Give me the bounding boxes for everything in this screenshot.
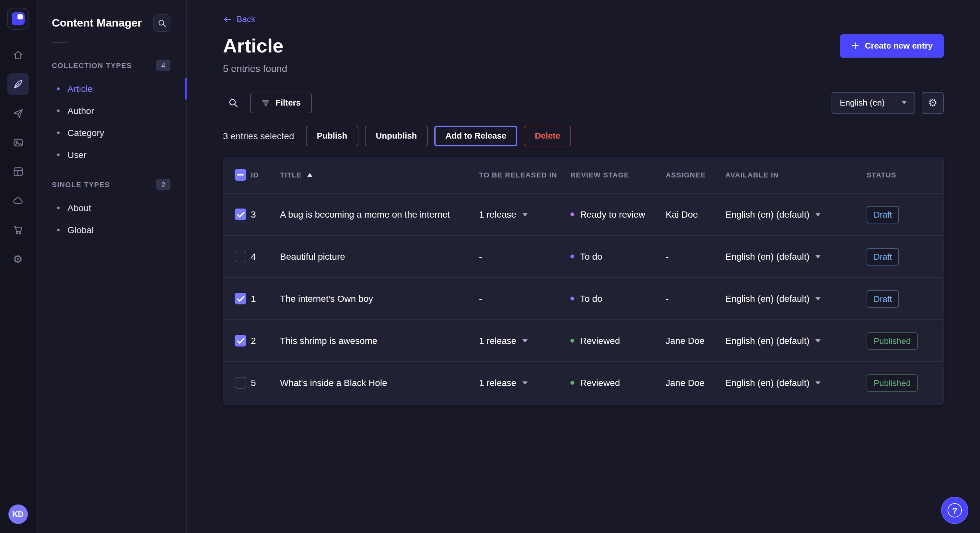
table-row[interactable]: 4 Beautiful picture - To do - English (e… xyxy=(224,235,944,278)
create-new-entry-button[interactable]: Create new entry xyxy=(840,34,944,57)
bullet-icon xyxy=(57,206,60,209)
sidebar-item-label: Global xyxy=(67,225,94,235)
entries-table-card: ID TITLE TO BE RELEASED IN REVIEW STAGE … xyxy=(223,156,944,405)
cell-release: - xyxy=(479,251,482,262)
bullet-icon xyxy=(57,109,60,112)
strapi-logo[interactable] xyxy=(7,8,29,30)
table-row[interactable]: 5 What's inside a Black Hole 1 release R… xyxy=(224,362,944,404)
cell-available: English (en) (default) xyxy=(725,378,810,388)
stage-dot xyxy=(570,297,574,300)
cell-available: English (en) (default) xyxy=(725,251,810,262)
sidebar-title: Content Manager xyxy=(52,16,142,30)
view-settings-button[interactable]: ⚙ xyxy=(922,92,944,114)
row-checkbox[interactable] xyxy=(235,293,246,305)
sidebar-item-label: Category xyxy=(67,128,104,138)
publish-button[interactable]: Publish xyxy=(305,125,358,146)
bullet-icon xyxy=(57,154,60,156)
stage-dot xyxy=(570,213,574,216)
single-types-header: SINGLE TYPES 2 xyxy=(52,175,170,197)
header-review-stage: REVIEW STAGE xyxy=(570,171,629,179)
unpublish-button[interactable]: Unpublish xyxy=(364,125,428,146)
locale-select[interactable]: English (en) xyxy=(831,92,915,114)
main-content: Back Article Create new entry 5 entries … xyxy=(187,0,980,533)
cell-assignee: Jane Doe xyxy=(666,378,705,388)
arrow-left-icon xyxy=(223,14,232,24)
cell-assignee: - xyxy=(666,293,668,304)
collection-types-count-badge: 4 xyxy=(156,60,170,71)
delete-button[interactable]: Delete xyxy=(524,125,571,146)
back-link[interactable]: Back xyxy=(223,14,255,24)
add-to-release-button[interactable]: Add to Release xyxy=(434,125,517,146)
row-checkbox[interactable] xyxy=(235,377,246,389)
sidebar-item-global[interactable]: Global xyxy=(52,219,170,241)
question-mark-icon: ? xyxy=(948,503,962,517)
filters-button[interactable]: Filters xyxy=(250,92,312,113)
sidebar-item-label: User xyxy=(67,150,86,160)
release-chevron-icon[interactable] xyxy=(522,339,527,342)
selection-actions-row: 3 entries selected Publish Unpublish Add… xyxy=(223,125,944,146)
sidebar-item-category[interactable]: Category xyxy=(52,122,170,144)
filters-label: Filters xyxy=(275,98,301,108)
select-all-checkbox[interactable] xyxy=(235,169,246,181)
stage-dot xyxy=(570,254,574,259)
filter-icon xyxy=(261,98,270,107)
cell-assignee: - xyxy=(666,251,668,262)
locale-chevron-icon[interactable] xyxy=(815,213,821,216)
content-manager-icon[interactable] xyxy=(7,73,29,95)
strapi-logo-mark xyxy=(11,12,24,25)
release-chevron-icon[interactable] xyxy=(522,213,527,216)
deploy-cloud-icon[interactable] xyxy=(7,190,29,212)
search-icon xyxy=(228,97,239,108)
locale-chevron-icon[interactable] xyxy=(815,255,821,258)
sidebar-item-article[interactable]: Article xyxy=(52,78,170,100)
table-row[interactable]: 3 A bug is becoming a meme on the intern… xyxy=(224,194,944,235)
sidebar-search-button[interactable] xyxy=(153,14,170,32)
sidebar-item-about[interactable]: About xyxy=(52,197,170,219)
page-title: Article xyxy=(223,35,283,57)
sort-ascending-icon[interactable] xyxy=(307,173,312,177)
back-label: Back xyxy=(237,14,255,24)
collection-types-section: COLLECTION TYPES 4 Article Author Catego… xyxy=(52,56,170,166)
help-button[interactable]: ? xyxy=(941,497,968,524)
status-badge: Draft xyxy=(867,206,899,223)
release-chevron-icon[interactable] xyxy=(522,381,527,385)
user-avatar[interactable]: KD xyxy=(8,504,27,524)
collection-types-label: COLLECTION TYPES xyxy=(52,62,132,69)
stage-dot xyxy=(570,339,574,343)
settings-gear-icon[interactable]: ⚙ xyxy=(7,248,29,270)
cell-available: English (en) (default) xyxy=(725,209,810,219)
sidebar-divider xyxy=(52,42,67,43)
cell-stage: Reviewed xyxy=(580,335,620,346)
locale-chevron-icon[interactable] xyxy=(815,381,821,385)
gear-glyph: ⚙ xyxy=(13,254,23,265)
search-button[interactable] xyxy=(223,92,244,113)
releases-icon[interactable] xyxy=(7,102,29,124)
content-type-builder-icon[interactable] xyxy=(7,160,29,182)
status-badge: Published xyxy=(867,332,918,349)
stage-dot xyxy=(570,381,574,385)
locale-chevron-icon[interactable] xyxy=(815,297,821,300)
header-available-in: AVAILABLE IN xyxy=(725,171,779,179)
cell-title: This shrimp is awesome xyxy=(280,335,377,346)
sidebar-item-user[interactable]: User xyxy=(52,144,170,166)
table-row[interactable]: 2 This shrimp is awesome 1 release Revie… xyxy=(224,320,944,362)
cell-release: - xyxy=(479,293,482,304)
search-icon xyxy=(157,19,166,27)
locale-chevron-icon[interactable] xyxy=(815,339,821,342)
bullet-icon xyxy=(57,228,60,231)
cell-id: 2 xyxy=(251,335,256,346)
cell-stage: To do xyxy=(580,293,603,304)
table-row[interactable]: 1 The internet's Own boy - To do - Engli… xyxy=(224,278,944,320)
row-checkbox[interactable] xyxy=(235,335,246,346)
home-icon[interactable] xyxy=(7,44,29,66)
sidebar-item-author[interactable]: Author xyxy=(52,100,170,122)
single-types-count-badge: 2 xyxy=(156,179,170,190)
cell-stage: Reviewed xyxy=(580,378,620,388)
table-header-row: ID TITLE TO BE RELEASED IN REVIEW STAGE … xyxy=(224,157,944,194)
status-badge: Published xyxy=(867,374,918,392)
row-checkbox[interactable] xyxy=(235,251,246,262)
row-checkbox[interactable] xyxy=(235,209,246,220)
cell-available: English (en) (default) xyxy=(725,335,810,346)
marketplace-cart-icon[interactable] xyxy=(7,219,29,241)
media-library-icon[interactable] xyxy=(7,132,29,154)
